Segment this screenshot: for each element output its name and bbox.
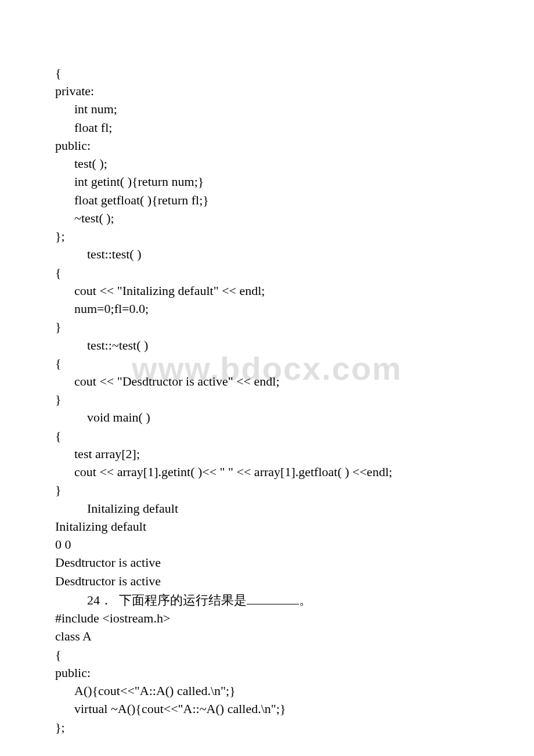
- code-line: float getfloat( ){return fl;}: [55, 191, 479, 209]
- code-line: test::~test( ): [55, 336, 479, 354]
- code-line: class A: [55, 627, 479, 645]
- document-page: {private:int num;float fl;public:test( )…: [0, 0, 534, 736]
- question-24: 24． 下面程序的运行结果是。: [55, 590, 479, 609]
- code-line: };: [55, 718, 479, 736]
- code-line: }: [55, 481, 479, 499]
- code-line: 0 0: [55, 535, 479, 553]
- code-line: test array[2];: [55, 445, 479, 463]
- question-24-suffix: 。: [299, 593, 312, 607]
- code-line: cout << "Desdtructor is active" << endl;: [55, 372, 479, 390]
- code-line: int getint( ){return num;}: [55, 172, 479, 190]
- code-line: ~test( );: [55, 209, 479, 227]
- code-line: test( );: [55, 154, 479, 172]
- code-line: };: [55, 227, 479, 245]
- code-line: }: [55, 390, 479, 408]
- code-line: float fl;: [55, 118, 479, 136]
- code-line: {: [55, 354, 479, 372]
- question-24-prefix: 24． 下面程序的运行结果是: [87, 593, 247, 607]
- code-line: private:: [55, 82, 479, 100]
- code-line: A(){cout<<"A::A() called.\n";}: [55, 682, 479, 700]
- code-line: Desdtructor is active: [55, 572, 479, 590]
- code-line: int num;: [55, 100, 479, 118]
- code-line: }: [55, 318, 479, 336]
- code-line: num=0;fl=0.0;: [55, 300, 479, 318]
- fill-in-blank: [247, 590, 299, 604]
- code-line: public:: [55, 136, 479, 154]
- code-line: {: [55, 64, 479, 82]
- code-line: {: [55, 427, 479, 445]
- code-line: cout << array[1].getint( )<< " " << arra…: [55, 463, 479, 481]
- code-line: virtual ~A(){cout<<"A::~A() called.\n";}: [55, 700, 479, 718]
- code-line: {: [55, 264, 479, 282]
- code-line: Initalizing default: [55, 517, 479, 535]
- code-line: void main( ): [55, 408, 479, 426]
- code-listing: {private:int num;float fl;public:test( )…: [55, 64, 479, 736]
- code-line: public:: [55, 664, 479, 682]
- code-line: test::test( ): [55, 245, 479, 263]
- code-line: Desdtructor is active: [55, 553, 479, 571]
- code-line: #include <iostream.h>: [55, 609, 479, 627]
- code-line: cout << "Initalizing default" << endl;: [55, 282, 479, 300]
- code-line: {: [55, 646, 479, 664]
- code-line: Initalizing default: [55, 499, 479, 517]
